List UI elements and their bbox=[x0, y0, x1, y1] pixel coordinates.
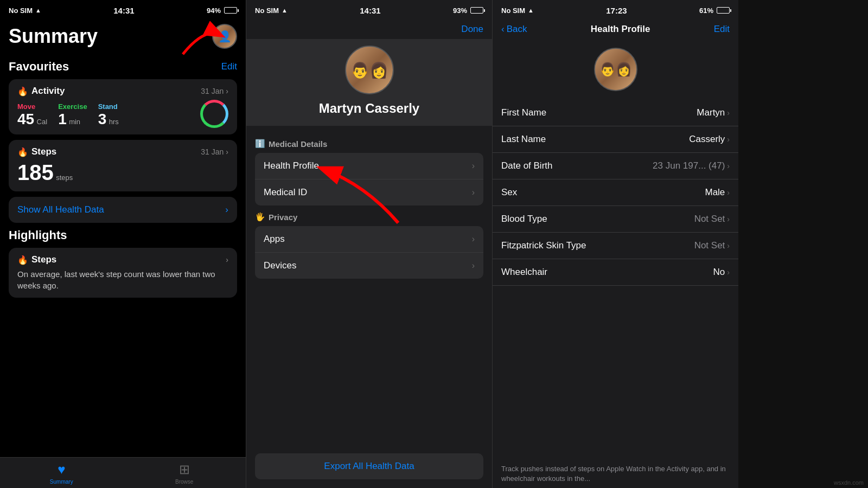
activity-chevron: › bbox=[226, 87, 228, 95]
profile-name: Martyn Casserly bbox=[319, 101, 419, 116]
steps-title: 🔥 Steps bbox=[17, 146, 56, 157]
no-sim-label-3: No SIM bbox=[501, 7, 525, 15]
highlight-chevron: › bbox=[226, 255, 228, 264]
sex-row[interactable]: Sex Male › bbox=[493, 179, 738, 206]
health-profile-item[interactable]: Health Profile › bbox=[255, 153, 483, 179]
profile-nav: Done bbox=[246, 20, 492, 39]
exercise-value: 1 bbox=[58, 111, 67, 127]
move-stat: Move 45 Cal bbox=[17, 102, 47, 128]
wifi-icon-2: ▲ bbox=[282, 7, 288, 14]
move-value: 45 bbox=[17, 111, 34, 127]
battery-pct-2: 93% bbox=[453, 7, 467, 15]
health-profile-data-list: First Name Martyn › Last Name Casserly ›… bbox=[493, 100, 738, 460]
status-bar-2: No SIM ▲ 14:31 93% bbox=[246, 0, 492, 20]
tab-bar-1: ♥ Summary ⊞ Browse bbox=[0, 457, 246, 488]
screens-wrapper: No SIM ▲ 14:31 94% Summary 👤 bbox=[0, 0, 868, 488]
apps-item[interactable]: Apps › bbox=[255, 226, 483, 253]
apps-chevron: › bbox=[472, 234, 475, 244]
medical-id-chevron: › bbox=[472, 188, 475, 197]
wifi-icon-3: ▲ bbox=[528, 7, 534, 14]
time-2: 14:31 bbox=[360, 6, 380, 15]
no-sim-label-1: No SIM bbox=[9, 7, 33, 15]
exercise-stat: Exercise 1 min bbox=[58, 102, 87, 128]
tab-browse-label: Browse bbox=[175, 479, 193, 485]
medical-section-header: ℹ️ Medical Details bbox=[246, 139, 492, 153]
blood-type-value: Not Set › bbox=[694, 214, 730, 224]
sex-chevron: › bbox=[727, 188, 730, 197]
health-profile-avatar: 👨‍👩 bbox=[594, 48, 637, 91]
highlight-card: 🔥 Steps › On average, last week's step c… bbox=[9, 248, 237, 298]
favourites-title: Favourites bbox=[9, 60, 69, 74]
time-3: 17:23 bbox=[606, 6, 627, 15]
steps-value: 185 bbox=[17, 160, 54, 184]
nav-title: Health Profile bbox=[591, 24, 650, 35]
bottom-note: Track pushes instead of steps on Apple W… bbox=[493, 460, 738, 488]
show-all-label: Show All Health Data bbox=[17, 204, 104, 215]
blood-type-row[interactable]: Blood Type Not Set › bbox=[493, 206, 738, 233]
tab-summary[interactable]: ♥ Summary bbox=[0, 462, 123, 485]
move-value-row: 45 Cal bbox=[17, 111, 47, 128]
skin-type-value: Not Set › bbox=[694, 240, 730, 251]
medical-id-item[interactable]: Medical ID › bbox=[255, 179, 483, 206]
blood-type-chevron: › bbox=[727, 215, 730, 223]
exercise-label: Exercise bbox=[58, 102, 87, 111]
steps-date: 31 Jan › bbox=[201, 147, 228, 156]
skin-type-label: Fitzpatrick Skin Type bbox=[501, 240, 586, 251]
status-right-1: 94% bbox=[207, 7, 237, 15]
dob-value: 23 Jun 197... (47) › bbox=[653, 160, 730, 171]
health-profile-avatar-section: 👨‍👩 bbox=[493, 39, 738, 100]
status-bar-3: No SIM ▲ 17:23 61% bbox=[493, 0, 738, 20]
battery-icon-1 bbox=[224, 7, 237, 14]
last-name-row[interactable]: Last Name Casserly › bbox=[493, 126, 738, 153]
activity-title: 🔥 Activity bbox=[17, 86, 65, 97]
profile-avatar-section: 👨‍👩 Martyn Casserly bbox=[246, 39, 492, 126]
hand-icon: 🖐 bbox=[255, 212, 265, 222]
activity-stats: Move 45 Cal Exercise 1 min bbox=[17, 100, 228, 128]
export-button[interactable]: Export All Health Data bbox=[255, 453, 483, 479]
medical-menu-group: Health Profile › Medical ID › bbox=[255, 153, 483, 206]
activity-date: 31 Jan › bbox=[201, 87, 228, 95]
privacy-section-header: 🖐 Privacy bbox=[246, 212, 492, 226]
stand-value: 3 bbox=[98, 111, 107, 127]
devices-label: Devices bbox=[264, 260, 296, 271]
health-profile-label: Health Profile bbox=[264, 160, 319, 171]
status-left-3: No SIM ▲ bbox=[501, 7, 534, 15]
dob-chevron: › bbox=[727, 162, 730, 170]
browse-icon: ⊞ bbox=[179, 462, 190, 477]
steps-card-header: 🔥 Steps 31 Jan › bbox=[17, 146, 228, 157]
highlight-card-header: 🔥 Steps › bbox=[17, 254, 228, 265]
wheelchair-chevron: › bbox=[727, 268, 730, 277]
status-bar-1: No SIM ▲ 14:31 94% bbox=[0, 0, 246, 20]
status-right-2: 93% bbox=[453, 7, 483, 15]
health-profile-nav: ‹ Back Health Profile Edit bbox=[493, 20, 738, 39]
profile-avatar-image: 👨‍👩 bbox=[346, 47, 393, 93]
first-name-row[interactable]: First Name Martyn › bbox=[493, 100, 738, 126]
dob-label: Date of Birth bbox=[501, 160, 553, 171]
health-profile-chevron: › bbox=[472, 161, 475, 171]
highlight-text: On average, last week's step count was l… bbox=[17, 268, 228, 291]
time-1: 14:31 bbox=[113, 6, 134, 15]
flame-icon: 🔥 bbox=[17, 86, 28, 97]
wheelchair-label: Wheelchair bbox=[501, 267, 547, 278]
skin-type-row[interactable]: Fitzpatrick Skin Type Not Set › bbox=[493, 233, 738, 259]
steps-value-row: 185 steps bbox=[17, 160, 228, 185]
right-spacer: wsxdn.com bbox=[738, 0, 868, 488]
show-all-button[interactable]: Show All Health Data › bbox=[9, 197, 237, 223]
move-label: Move bbox=[17, 102, 47, 111]
edit-button[interactable]: Edit bbox=[714, 24, 730, 35]
spacer-2 bbox=[246, 285, 492, 453]
dob-row[interactable]: Date of Birth 23 Jun 197... (47) › bbox=[493, 153, 738, 179]
status-left-1: No SIM ▲ bbox=[9, 7, 41, 15]
summary-content: Summary 👤 Favourites bbox=[0, 20, 246, 457]
devices-item[interactable]: Devices › bbox=[255, 253, 483, 279]
move-unit: Cal bbox=[37, 118, 48, 126]
done-button[interactable]: Done bbox=[461, 24, 483, 35]
screen-health-profile: No SIM ▲ 17:23 61% ‹ Back Health Profile… bbox=[493, 0, 738, 488]
back-button[interactable]: ‹ Back bbox=[501, 24, 527, 35]
last-name-label: Last Name bbox=[501, 134, 546, 145]
wheelchair-row[interactable]: Wheelchair No › bbox=[493, 259, 738, 286]
skin-type-chevron: › bbox=[727, 241, 730, 250]
tab-browse[interactable]: ⊞ Browse bbox=[123, 462, 246, 485]
stand-value-row: 3 hrs bbox=[98, 111, 119, 128]
red-arrow-1 bbox=[172, 22, 237, 65]
